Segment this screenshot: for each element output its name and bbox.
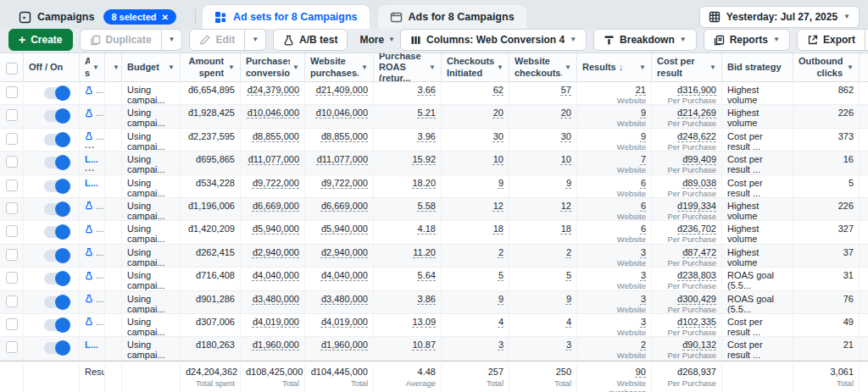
metric-value[interactable]: 3	[641, 294, 646, 304]
metric-value[interactable]: đ9,722,000	[321, 178, 368, 188]
row-checkbox[interactable]	[6, 109, 18, 121]
metric-value[interactable]: đ238,803	[677, 270, 716, 280]
row-toggle[interactable]	[44, 273, 70, 284]
metric-value[interactable]: đ4,019,000	[321, 317, 368, 327]
metric-value[interactable]: 6	[641, 224, 646, 234]
row-checkbox[interactable]	[6, 295, 18, 307]
metric-value[interactable]: đ24,379,000	[248, 85, 299, 95]
row-toggle[interactable]	[44, 110, 70, 122]
metric-value[interactable]: đ8,855,000	[321, 131, 368, 141]
row-checkbox[interactable]	[6, 272, 18, 284]
metric-value[interactable]: 5.21	[418, 108, 436, 118]
metric-value[interactable]: đ10,046,000	[316, 108, 368, 118]
edit-dropdown[interactable]: ▼	[245, 29, 266, 51]
metric-value[interactable]: đ300,429	[677, 294, 716, 304]
adset-name-link[interactable]: ...	[85, 85, 99, 95]
row-checkbox[interactable]	[6, 133, 18, 145]
chevron-down-icon[interactable]: ▼	[497, 64, 504, 71]
metric-value[interactable]: đ214,269	[677, 108, 716, 118]
metric-value[interactable]: 30	[561, 131, 571, 141]
metric-value[interactable]: đ11,077,000	[248, 154, 299, 164]
metric-value[interactable]: đ3,480,000	[253, 294, 299, 304]
metric-value[interactable]: 3.96	[418, 131, 436, 141]
metric-value[interactable]: 9	[566, 294, 571, 304]
metric-value[interactable]: 6	[641, 201, 646, 211]
row-toggle[interactable]	[44, 180, 70, 192]
row-toggle[interactable]	[44, 342, 70, 354]
row-options-icon[interactable]: ...	[85, 141, 99, 148]
metric-value[interactable]: 3	[641, 270, 646, 280]
metric-value[interactable]: đ9,722,000	[253, 178, 299, 188]
column-header-budget[interactable]: Budget▼	[122, 53, 181, 81]
metric-value[interactable]: đ1,960,000	[321, 340, 368, 350]
adset-name-link[interactable]: ...	[85, 201, 99, 211]
chevron-down-icon[interactable]: ▼	[639, 64, 646, 71]
more-button[interactable]: More▼	[354, 34, 400, 46]
metric-value[interactable]: 4	[498, 317, 504, 327]
chevron-down-icon[interactable]: ▼	[228, 64, 235, 71]
metric-value[interactable]: 3	[566, 340, 571, 350]
metric-value[interactable]: 20	[561, 108, 571, 118]
date-range-picker[interactable]: Yesterday: Jul 27, 2025 ▼	[699, 6, 860, 28]
metric-value[interactable]: 10	[561, 154, 571, 164]
metric-value[interactable]: đ6,669,000	[321, 201, 368, 211]
metric-value[interactable]: 9	[498, 178, 504, 188]
row-toggle[interactable]	[44, 157, 70, 168]
create-button[interactable]: + Create	[8, 29, 73, 51]
column-header-coll[interactable]: ▼	[105, 53, 122, 81]
row-checkbox[interactable]	[6, 249, 18, 261]
row-toggle[interactable]	[44, 226, 70, 238]
adset-name-link[interactable]: ...	[85, 294, 99, 304]
metric-value[interactable]: đ8,855,000	[253, 131, 299, 141]
column-header-roas[interactable]: Purchase ROAS (retur...▼	[374, 53, 442, 81]
column-header-checkouts[interactable]: Checkouts Initiated▼	[442, 53, 509, 81]
metric-value[interactable]: 20	[493, 108, 504, 118]
metric-value[interactable]: 6	[641, 178, 646, 188]
column-header-cost[interactable]: Cost per result▼	[652, 53, 722, 81]
row-checkbox[interactable]	[6, 179, 18, 191]
tab-adsets[interactable]: Ad sets for 8 Campaigns	[203, 5, 370, 29]
ab-test-button[interactable]: A/B test	[273, 29, 348, 51]
metric-value[interactable]: đ1,960,000	[253, 340, 299, 350]
export-button[interactable]: Export	[797, 29, 865, 51]
column-header-onoff[interactable]: Off / On	[24, 53, 80, 81]
metric-value[interactable]: đ236,702	[677, 224, 716, 234]
row-toggle[interactable]	[44, 134, 70, 146]
metric-value[interactable]: 57	[561, 85, 571, 95]
row-checkbox[interactable]	[6, 341, 18, 353]
metric-value[interactable]: 9	[641, 108, 646, 118]
metric-value[interactable]: 15.92	[412, 154, 436, 164]
metric-value[interactable]: 5	[498, 270, 504, 280]
metric-value[interactable]: 7	[641, 154, 646, 164]
duplicate-dropdown[interactable]: ▼	[162, 29, 183, 51]
duplicate-button[interactable]: Duplicate	[80, 29, 162, 51]
row-checkbox[interactable]	[6, 202, 18, 214]
tab-campaigns[interactable]: Campaigns 8 selected ✕	[7, 5, 188, 29]
columns-button[interactable]: Columns: Web Conversion 4▼	[400, 29, 587, 51]
metric-value[interactable]: đ87,472	[682, 247, 716, 257]
row-options-icon[interactable]: ...	[85, 164, 99, 171]
column-header-check[interactable]	[0, 53, 24, 81]
metric-value[interactable]: 2	[498, 247, 504, 257]
metric-value[interactable]: đ4,040,000	[321, 270, 368, 280]
metric-value[interactable]: 12	[561, 201, 571, 211]
edit-button[interactable]: Edit	[189, 29, 245, 51]
tab-ads[interactable]: Ads for 8 Campaigns	[378, 5, 526, 29]
adset-name-link[interactable]: ...	[85, 317, 99, 327]
metric-value[interactable]: đ4,040,000	[253, 270, 299, 280]
row-checkbox[interactable]	[6, 225, 18, 237]
row-checkbox[interactable]	[6, 318, 18, 330]
metric-value[interactable]: 3	[498, 340, 504, 350]
metric-value[interactable]: 2	[566, 247, 571, 257]
metric-value[interactable]: 9	[498, 294, 504, 304]
metric-value[interactable]: đ199,334	[677, 201, 716, 211]
metric-value[interactable]: đ5,940,000	[321, 224, 368, 234]
metric-value[interactable]: 30	[493, 131, 504, 141]
metric-value[interactable]: đ99,409	[682, 154, 716, 164]
metric-value[interactable]: 12	[493, 201, 504, 211]
chevron-down-icon[interactable]: ▼	[709, 64, 716, 71]
row-toggle[interactable]	[44, 203, 70, 215]
breakdown-button[interactable]: Breakdown▼	[593, 29, 697, 51]
column-header-clicks[interactable]: Outbound clicks▼	[793, 53, 860, 81]
metric-value[interactable]: đ90,132	[682, 340, 716, 350]
